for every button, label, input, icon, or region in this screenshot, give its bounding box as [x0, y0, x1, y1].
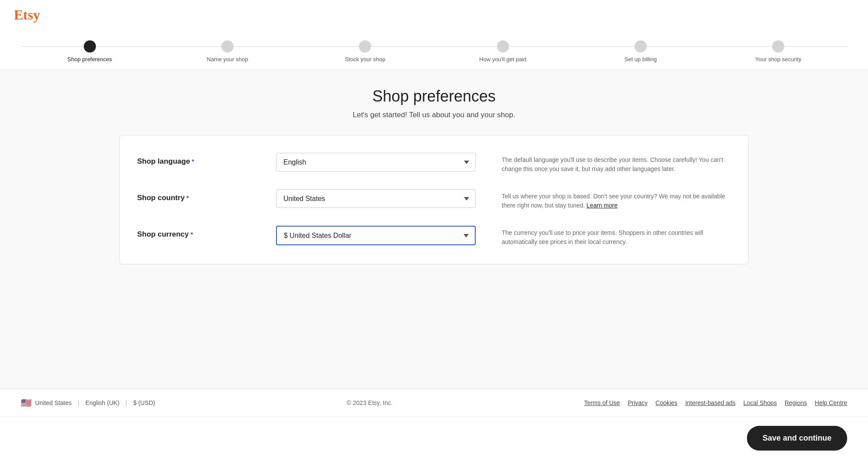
progress-steps: Shop preferences Name your shop Stock yo…	[21, 40, 847, 63]
footer-copyright: © 2023 Etsy, Inc.	[347, 399, 393, 406]
form-center-language: English Spanish French German	[276, 153, 476, 171]
step-stock-your-shop[interactable]: Stock your shop	[296, 40, 434, 63]
form-row-country: Shop country* United States United Kingd…	[137, 189, 731, 210]
page-title: Shop preferences	[21, 87, 847, 105]
form-hint-currency: The currency you'll use to price your it…	[502, 226, 731, 247]
footer-flag: 🇺🇸	[21, 398, 32, 408]
footer-link-cookies[interactable]: Cookies	[655, 399, 677, 406]
form-center-country: United States United Kingdom Canada Aust…	[276, 189, 476, 208]
form-center-currency: $ United States Dollar € Euro £ British …	[276, 226, 476, 245]
footer-sep-1: |	[78, 399, 79, 406]
footer-link-terms-of-use[interactable]: Terms of Use	[584, 399, 620, 406]
page-subtitle: Let's get started! Tell us about you and…	[21, 111, 847, 119]
form-card: Shop language* English Spanish French Ge…	[119, 135, 749, 264]
save-button-container: Save and continue	[0, 417, 868, 461]
footer-language: English (UK)	[85, 399, 120, 406]
footer-currency: $ (USD)	[133, 399, 155, 406]
learn-more-link[interactable]: Learn more	[586, 202, 618, 209]
step-dot-set-up-billing	[635, 40, 647, 53]
shop-country-select[interactable]: United States United Kingdom Canada Aust…	[276, 189, 476, 208]
main-content: Shop preferences Let's get started! Tell…	[0, 70, 868, 389]
step-dot-stock-your-shop	[359, 40, 371, 53]
required-star-language: *	[192, 158, 194, 165]
step-label-how-youll-get-paid: How you'll get paid	[479, 56, 526, 63]
step-dot-how-youll-get-paid	[497, 40, 509, 53]
footer: 🇺🇸 United States | English (UK) | $ (USD…	[0, 389, 868, 417]
step-dot-your-shop-security	[772, 40, 784, 53]
step-dot-shop-preferences	[84, 40, 96, 53]
required-star-country: *	[187, 194, 189, 201]
shop-currency-select[interactable]: $ United States Dollar € Euro £ British …	[276, 226, 476, 245]
step-how-youll-get-paid[interactable]: How you'll get paid	[434, 40, 572, 63]
progress-section: Shop preferences Name your shop Stock yo…	[0, 30, 868, 70]
form-row-language: Shop language* English Spanish French Ge…	[137, 153, 731, 174]
etsy-logo[interactable]: Etsy	[14, 7, 40, 23]
form-label-country: Shop country*	[137, 194, 189, 202]
footer-link-privacy[interactable]: Privacy	[628, 399, 648, 406]
form-label-country-container: Shop country*	[137, 189, 276, 202]
form-label-language-container: Shop language*	[137, 153, 276, 166]
step-label-shop-preferences: Shop preferences	[67, 56, 112, 63]
footer-sep-2: |	[125, 399, 127, 406]
footer-link-regions[interactable]: Regions	[785, 399, 807, 406]
form-row-currency: Shop currency* $ United States Dollar € …	[137, 226, 731, 247]
footer-link-help-centre[interactable]: Help Centre	[815, 399, 847, 406]
step-label-your-shop-security: Your shop security	[755, 56, 801, 63]
step-your-shop-security[interactable]: Your shop security	[710, 40, 847, 63]
step-shop-preferences[interactable]: Shop preferences	[21, 40, 158, 63]
footer-links: Terms of UsePrivacyCookiesInterest-based…	[584, 399, 847, 406]
shop-language-select[interactable]: English Spanish French German	[276, 153, 476, 171]
form-hint-country: Tell us where your shop is based. Don't …	[502, 189, 731, 210]
step-name-your-shop[interactable]: Name your shop	[158, 40, 296, 63]
step-label-stock-your-shop: Stock your shop	[345, 56, 385, 63]
footer-link-interest-based-ads[interactable]: Interest-based ads	[685, 399, 736, 406]
form-hint-language: The default language you'll use to descr…	[502, 153, 731, 174]
header: Etsy	[0, 0, 868, 30]
step-label-name-your-shop: Name your shop	[207, 56, 248, 63]
step-set-up-billing[interactable]: Set up billing	[572, 40, 709, 63]
step-label-set-up-billing: Set up billing	[625, 56, 657, 63]
step-dot-name-your-shop	[221, 40, 233, 53]
footer-left: 🇺🇸 United States | English (UK) | $ (USD…	[21, 398, 155, 408]
save-continue-button[interactable]: Save and continue	[747, 426, 847, 451]
footer-country: United States	[35, 399, 72, 406]
required-star-currency: *	[191, 230, 193, 238]
form-label-currency: Shop currency*	[137, 230, 193, 239]
form-label-language: Shop language*	[137, 157, 194, 166]
footer-link-local-shops[interactable]: Local Shops	[743, 399, 777, 406]
form-label-currency-container: Shop currency*	[137, 226, 276, 239]
